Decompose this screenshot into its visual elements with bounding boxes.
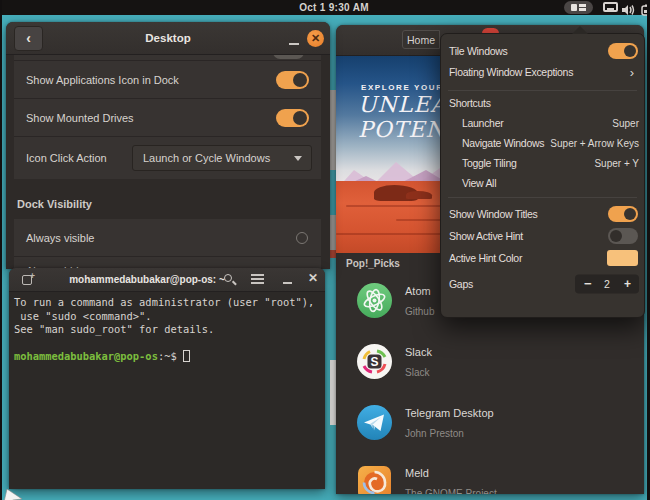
- app-row-slack[interactable]: S Slack Slack: [357, 344, 627, 384]
- tab-home[interactable]: Home: [402, 30, 440, 49]
- settings-row: Show Applications Icon in Dock: [14, 61, 321, 99]
- chevron-down-icon: [294, 156, 302, 161]
- telegram-icon: [357, 405, 392, 440]
- app-row-telegram[interactable]: Telegram Desktop John Preston: [357, 405, 627, 445]
- menu-item-label: Toggle Tiling: [462, 157, 516, 169]
- menu-item-gaps[interactable]: Gaps − 2 +: [441, 274, 644, 294]
- always-visible-radio[interactable]: [296, 232, 308, 244]
- slack-icon: S: [357, 344, 392, 379]
- terminal-output[interactable]: To run a command as administrator (user …: [9, 293, 325, 489]
- banner-rock: [406, 191, 432, 199]
- settings-titlebar[interactable]: ‹ Desktop ✕: [6, 22, 330, 55]
- menu-item-navigate-windows[interactable]: Navigate Windows Super + Arrow Keys: [441, 133, 644, 153]
- prompt-user-host: mohammedabubakar@pop-os: [14, 350, 158, 362]
- settings-window: ‹ Desktop ✕ Show Applications Icon in Do…: [6, 22, 330, 269]
- settings-row: Show Mounted Drives: [14, 99, 321, 137]
- shortcut-value: Super: [612, 118, 639, 129]
- tiling-menu-popover: Tile Windows Floating Window Exceptions …: [440, 33, 645, 318]
- terminal-line: use "sudo <command>".: [14, 310, 325, 324]
- toggle-knob: [293, 111, 307, 125]
- chevron-right-icon: ›: [630, 65, 634, 80]
- dock-visibility-list: Always visible Always hide: [14, 219, 321, 269]
- menu-item-view-all[interactable]: View All: [441, 173, 644, 193]
- dock-visibility-header: Dock Visibility: [17, 198, 92, 210]
- menu-item-launcher[interactable]: Launcher Super: [441, 113, 644, 133]
- dropdown-value: Launch or Cycle Windows: [143, 146, 270, 170]
- atom-icon: [357, 283, 392, 318]
- clock[interactable]: Oct 1 9:30 AM: [0, 0, 650, 15]
- terminal-titlebar[interactable]: + mohammedabubakar@pop-os: ~ ✕: [9, 268, 325, 292]
- toggle-knob: [624, 45, 636, 57]
- menu-section-label: Shortcuts: [449, 97, 491, 109]
- shortcut-value: Super + Arrow Keys: [550, 138, 639, 149]
- menu-item-label: Launcher: [462, 117, 503, 129]
- shortcut-value: Super + Y: [594, 158, 639, 169]
- menu-item-label: View All: [462, 177, 496, 189]
- show-active-hint-toggle[interactable]: [608, 228, 638, 244]
- terminal-line: To run a command as administrator (user …: [14, 296, 325, 310]
- tiling-menu-button[interactable]: [564, 1, 593, 14]
- banner-kicker: EXPLORE YOUR: [361, 83, 444, 92]
- active-hint-color-swatch[interactable]: [607, 250, 638, 266]
- menu-item-tile-windows[interactable]: Tile Windows: [441, 41, 644, 61]
- menu-icon[interactable]: [251, 274, 264, 285]
- show-applications-toggle[interactable]: [276, 71, 309, 89]
- partial-toggle[interactable]: [273, 55, 304, 59]
- terminal-close-button[interactable]: ✕: [308, 271, 324, 287]
- row-label: Icon Click Action: [26, 152, 107, 164]
- app-name: Atom: [405, 285, 431, 297]
- terminal-window-title: mohammedabubakar@pop-os: ~: [54, 268, 240, 292]
- icon-click-action-dropdown[interactable]: Launch or Cycle Windows: [132, 145, 312, 171]
- gaps-stepper: − 2 +: [575, 275, 639, 294]
- menu-item-show-active-hint[interactable]: Show Active Hint: [441, 226, 644, 246]
- search-icon[interactable]: [222, 272, 238, 288]
- settings-row: Icon Click Action Launch or Cycle Window…: [14, 137, 321, 178]
- settings-window-title: Desktop: [6, 22, 330, 55]
- display-icon[interactable]: [603, 2, 618, 13]
- menu-header-shortcuts: Shortcuts: [441, 93, 644, 113]
- row-label: Show Applications Icon in Dock: [26, 74, 179, 86]
- menu-item-show-window-titles[interactable]: Show Window Titles: [441, 204, 644, 224]
- prompt-suffix: :~$: [158, 350, 177, 362]
- show-window-titles-toggle[interactable]: [608, 206, 638, 222]
- screen-edge: [0, 0, 2, 500]
- popover-arrow: [572, 26, 588, 34]
- gaps-increase-button[interactable]: +: [624, 275, 631, 293]
- svg-text:S: S: [370, 355, 378, 369]
- menu-item-active-hint-color[interactable]: Active Hint Color: [441, 248, 644, 268]
- toggle-knob: [610, 230, 622, 242]
- menu-item-label: Tile Windows: [449, 45, 507, 57]
- tile-windows-toggle[interactable]: [608, 43, 638, 59]
- terminal-window: + mohammedabubakar@pop-os: ~ ✕ To run a …: [9, 268, 325, 489]
- terminal-minimize-button[interactable]: [283, 282, 292, 284]
- menu-item-toggle-tiling[interactable]: Toggle Tiling Super + Y: [441, 153, 644, 173]
- menu-item-label: Navigate Windows: [462, 137, 544, 149]
- toggle-knob: [624, 208, 636, 220]
- settings-row: Always visible: [14, 219, 321, 257]
- tiling-icon: [571, 4, 586, 11]
- pop-picks-header: Pop!_Picks: [346, 258, 400, 269]
- terminal-prompt: mohammedabubakar@pop-os:~$: [14, 350, 325, 364]
- menu-item-label: Show Window Titles: [449, 208, 538, 220]
- app-name: Telegram Desktop: [405, 407, 494, 419]
- show-mounted-drives-toggle[interactable]: [276, 109, 309, 127]
- menu-item-label: Show Active Hint: [449, 230, 523, 242]
- new-tab-icon[interactable]: +: [22, 273, 35, 286]
- app-name: Slack: [405, 346, 432, 358]
- menu-separator: [448, 90, 637, 91]
- menu-item-label: Gaps: [449, 278, 473, 290]
- app-row-meld[interactable]: Meld The GNOME Project: [357, 465, 627, 494]
- app-developer: Github: [405, 306, 434, 317]
- meld-icon: [357, 465, 392, 494]
- terminal-line: See "man sudo_root" for details.: [14, 323, 325, 337]
- row-label: Show Mounted Drives: [26, 112, 134, 124]
- minimize-button[interactable]: [289, 43, 299, 45]
- menu-item-floating-exceptions[interactable]: Floating Window Exceptions ›: [441, 62, 644, 82]
- menu-item-label: Active Hint Color: [449, 252, 522, 264]
- terminal-cursor: [183, 350, 190, 362]
- desktop: Oct 1 9:30 AM ‹ Desktop ✕ Show Applicat: [0, 0, 650, 500]
- close-button[interactable]: ✕: [307, 30, 324, 47]
- volume-icon[interactable]: [622, 2, 635, 14]
- app-developer: Slack: [405, 367, 429, 378]
- top-bar: Oct 1 9:30 AM: [0, 0, 650, 15]
